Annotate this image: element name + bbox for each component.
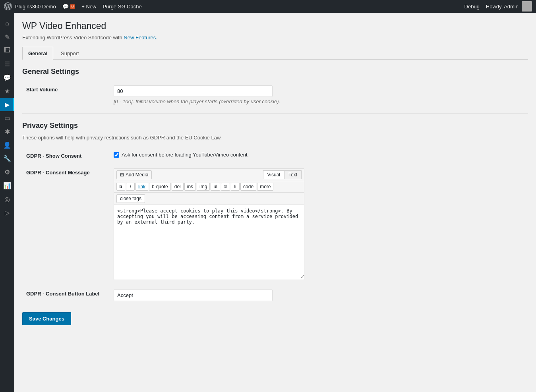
editor-textarea-wrapper: <strong>Please accept cookies to play th… bbox=[114, 205, 304, 280]
tab-wrapper: General Support bbox=[22, 47, 528, 60]
site-name-link[interactable]: Plugins360 Demo bbox=[12, 0, 59, 13]
sidebar-item-feedback[interactable]: ★ bbox=[0, 84, 14, 98]
format-bold[interactable]: b bbox=[116, 183, 125, 191]
gdpr-consent-checkbox-label[interactable]: Ask for consent before loading YouTube/V… bbox=[114, 152, 524, 158]
adminbar-right: Debug Howdy, Admin bbox=[461, 0, 532, 13]
gdpr-consent-label: GDPR - Show Consent bbox=[26, 153, 81, 159]
tab-support[interactable]: Support bbox=[55, 47, 85, 60]
admin-bar: Plugins360 Demo 💬 0 + New Purge SG Cache… bbox=[0, 0, 536, 13]
format-code[interactable]: code bbox=[240, 183, 256, 191]
privacy-settings-table: GDPR - Show Consent Ask for consent befo… bbox=[22, 147, 528, 306]
editor-tab-text[interactable]: Text bbox=[284, 170, 302, 179]
gdpr-message-label: GDPR - Consent Message bbox=[26, 170, 90, 176]
sidebar-item-tools[interactable]: 🔧 bbox=[0, 152, 14, 165]
editor-tab-group: Visual Text bbox=[263, 170, 302, 179]
wp-editor: ⊞ Add Media Visual Text b i bbox=[114, 168, 304, 280]
format-ins[interactable]: ins bbox=[184, 183, 196, 191]
sidebar-item-video[interactable]: ▷ bbox=[0, 206, 14, 219]
format-ol[interactable]: ol bbox=[221, 183, 230, 191]
start-volume-input[interactable] bbox=[114, 85, 273, 97]
close-tags-button[interactable]: close tags bbox=[116, 194, 145, 203]
add-media-icon: ⊞ bbox=[120, 172, 124, 178]
start-volume-label: Start Volume bbox=[26, 87, 58, 93]
tab-general[interactable]: General bbox=[22, 47, 53, 60]
format-img[interactable]: img bbox=[197, 183, 210, 191]
wp-logo[interactable] bbox=[4, 2, 12, 10]
admin-sidebar: ⌂ ✎ 🎞 ☰ 💬 ★ ▶ ▭ ✱ 👤 🔧 ⚙ 📊 ◎ ▷ bbox=[0, 13, 14, 392]
sidebar-item-pages[interactable]: ☰ bbox=[0, 57, 14, 71]
gdpr-consent-checkbox-text: Ask for consent before loading YouTube/V… bbox=[122, 152, 249, 158]
gdpr-message-row: GDPR - Consent Message ⊞ Add Media Visua… bbox=[22, 164, 528, 285]
comments-count: 0 bbox=[70, 4, 75, 9]
format-bquote[interactable]: b-quote bbox=[149, 183, 171, 191]
start-volume-description: [0 - 100]. Initial volume when the playe… bbox=[114, 98, 524, 104]
privacy-settings-title: Privacy Settings bbox=[22, 122, 528, 130]
new-content-link[interactable]: + New bbox=[78, 0, 99, 13]
comments-link[interactable]: 💬 0 bbox=[59, 0, 79, 13]
add-media-button[interactable]: ⊞ Add Media bbox=[116, 170, 152, 179]
new-features-link[interactable]: New Features bbox=[124, 35, 156, 41]
gdpr-consent-row: GDPR - Show Consent Ask for consent befo… bbox=[22, 147, 528, 164]
gdpr-message-textarea[interactable]: <strong>Please accept cookies to play th… bbox=[114, 205, 304, 278]
debug-link[interactable]: Debug bbox=[461, 0, 483, 13]
format-ul[interactable]: ul bbox=[211, 183, 220, 191]
editor-close-row: close tags bbox=[114, 193, 304, 205]
section-divider bbox=[22, 113, 528, 114]
sidebar-item-jetpack[interactable]: ◎ bbox=[0, 192, 14, 206]
sidebar-item-wpvideo[interactable]: ▶ bbox=[0, 98, 14, 111]
gdpr-consent-checkbox[interactable] bbox=[114, 152, 119, 158]
gdpr-button-input[interactable] bbox=[114, 290, 273, 301]
gdpr-button-label: GDPR - Consent Button Label bbox=[26, 291, 99, 297]
sidebar-item-dashboard[interactable]: ⌂ bbox=[0, 17, 14, 30]
general-settings-title: General Settings bbox=[22, 68, 528, 76]
sidebar-item-media[interactable]: 🎞 bbox=[0, 44, 14, 57]
sidebar-item-appearance[interactable]: ▭ bbox=[0, 111, 14, 125]
editor-tab-visual[interactable]: Visual bbox=[263, 170, 284, 179]
format-del[interactable]: del bbox=[172, 183, 184, 191]
sidebar-item-users[interactable]: 👤 bbox=[0, 138, 14, 152]
sidebar-item-comments[interactable]: 💬 bbox=[0, 71, 14, 84]
privacy-description: These options will help with privacy res… bbox=[22, 135, 528, 141]
sidebar-item-settings[interactable]: ⚙ bbox=[0, 165, 14, 179]
gdpr-button-row: GDPR - Consent Button Label bbox=[22, 285, 528, 306]
save-changes-button[interactable]: Save Changes bbox=[22, 312, 71, 325]
format-italic[interactable]: i bbox=[126, 183, 135, 191]
sidebar-item-plugins[interactable]: ✱ bbox=[0, 125, 14, 138]
avatar bbox=[522, 1, 532, 12]
submit-row: Save Changes bbox=[22, 306, 528, 329]
sidebar-item-stats[interactable]: 📊 bbox=[0, 179, 14, 192]
format-link[interactable]: link bbox=[135, 183, 148, 191]
howdy-link[interactable]: Howdy, Admin bbox=[483, 0, 522, 13]
main-content: WP Video Enhanced Extending WordPress Vi… bbox=[14, 13, 536, 392]
format-bar: b i link b-quote del ins img ul ol li co… bbox=[114, 181, 304, 193]
format-li[interactable]: li bbox=[231, 183, 240, 191]
general-settings-table: Start Volume [0 - 100]. Initial volume w… bbox=[22, 81, 528, 109]
comments-icon: 💬 bbox=[62, 4, 69, 10]
page-title: WP Video Enhanced bbox=[22, 21, 528, 31]
purge-cache-link[interactable]: Purge SG Cache bbox=[99, 0, 145, 13]
start-volume-row: Start Volume [0 - 100]. Initial volume w… bbox=[22, 81, 528, 109]
editor-toolbar-top: ⊞ Add Media Visual Text bbox=[114, 169, 304, 181]
sidebar-item-posts[interactable]: ✎ bbox=[0, 30, 14, 44]
format-more[interactable]: more bbox=[257, 183, 273, 191]
page-subtitle: Extending WordPress Video Shortcode with… bbox=[22, 35, 528, 41]
